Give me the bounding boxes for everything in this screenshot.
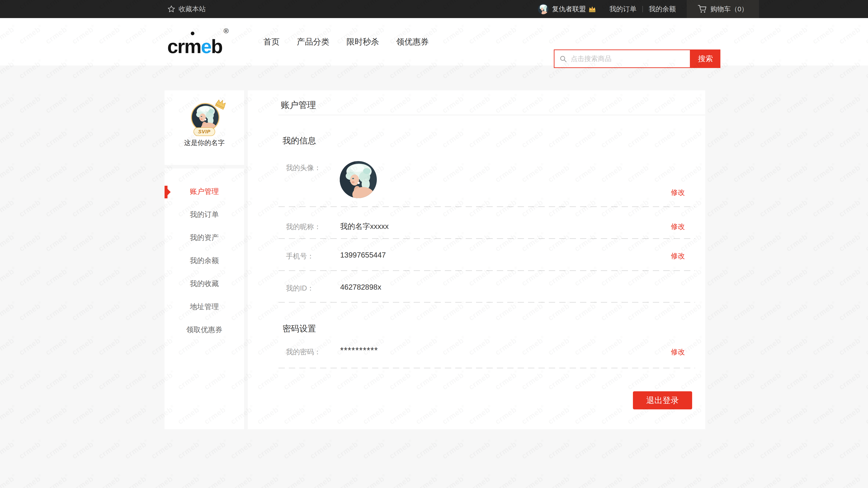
section-my-info: 我的信息 [283,135,316,147]
search-input[interactable] [555,50,690,67]
active-item-marker [164,186,167,198]
favorite-site-link[interactable]: 收藏本站 [167,0,206,18]
top-bar-user-area: 复仇者联盟 我的订单 我的余额 购物车（0） [538,0,759,18]
page: 收藏本站 复仇者联盟 我的订单 我的余额 购物车（0） [0,0,868,488]
topbar-divider [643,6,643,12]
svip-badge: SVIP [193,127,215,136]
site-header: crmeb® 首页 产品分类 限时秒杀 领优惠券 搜索 [0,18,868,66]
title-divider [278,115,705,115]
password-value: ********** [340,346,378,355]
row-divider [278,206,695,207]
modify-phone-link[interactable]: 修改 [671,251,685,261]
cart-icon [698,4,707,13]
search-box [554,50,690,68]
registered-mark: ® [223,28,228,34]
user-card: SVIP 这是你的名字 [164,90,244,165]
avatar-image [538,4,548,14]
section-password: 密码设置 [283,323,316,334]
nav-flash-sale[interactable]: 限时秒杀 [346,36,379,47]
modify-nickname-link[interactable]: 修改 [671,222,685,231]
cart-label: 购物车（0） [710,4,748,14]
user-display-name: 这是你的名字 [164,138,244,148]
account-management-panel: 账户管理 我的信息 我的头像： 修改 我的昵称： 我的名字xxxxx 修改 手机… [248,90,705,429]
id-value: 462782898x [340,283,381,291]
avatar-image [192,104,219,131]
vip-crown-icon [588,6,596,12]
phone-row-label: 手机号： [286,252,314,261]
sidebar-item-assets[interactable]: 我的资产 [164,226,244,249]
my-balance-link[interactable]: 我的余额 [649,4,676,14]
logout-button[interactable]: 退出登录 [633,391,692,410]
avatar-image [340,161,377,198]
logo-m: m [184,37,201,56]
sidebar-item-coupons[interactable]: 领取优惠券 [164,318,244,341]
modify-password-link[interactable]: 修改 [671,347,685,357]
row-divider [278,238,695,239]
logo-b: b [211,37,222,56]
logo-text: cr [167,37,184,56]
profile-avatar[interactable] [340,161,377,198]
logo-m-dot [191,32,194,35]
star-icon [167,5,176,13]
password-row-label: 我的密码： [286,347,321,357]
user-avatar-small[interactable] [538,4,548,14]
nav-home[interactable]: 首页 [264,36,280,47]
avatar-row-label: 我的头像： [286,163,321,173]
modify-avatar-link[interactable]: 修改 [671,188,685,197]
row-divider [278,302,695,302]
sidebar-item-balance[interactable]: 我的余额 [164,249,244,272]
my-orders-link[interactable]: 我的订单 [610,4,637,14]
row-divider [278,270,695,271]
logo-e-blue: e [201,37,211,56]
top-bar: 收藏本站 复仇者联盟 我的订单 我的余额 购物车（0） [0,0,868,18]
sidebar-menu: 账户管理 我的订单 我的资产 我的余额 我的收藏 地址管理 领取优惠券 [164,168,244,429]
sidebar-item-account[interactable]: 账户管理 [164,180,244,203]
crmeb-logo[interactable]: crmeb® [167,29,228,56]
nav-coupons[interactable]: 领优惠券 [396,36,429,47]
nav-categories[interactable]: 产品分类 [297,36,329,47]
nickname-value: 我的名字xxxxx [340,221,389,232]
id-row-label: 我的ID： [286,284,314,293]
page-title: 账户管理 [281,99,316,111]
search-bar: 搜索 [554,50,720,68]
main-nav: 首页 产品分类 限时秒杀 领优惠券 [264,18,429,66]
sidebar-item-orders[interactable]: 我的订单 [164,203,244,226]
nickname-row-label: 我的昵称： [286,222,321,232]
row-divider [278,368,695,368]
sidebar-item-favorites[interactable]: 我的收藏 [164,272,244,295]
phone-value: 13997655447 [340,251,386,259]
username-label[interactable]: 复仇者联盟 [552,4,586,14]
sidebar-item-address[interactable]: 地址管理 [164,295,244,318]
search-button[interactable]: 搜索 [690,50,720,68]
cart-button[interactable]: 购物车（0） [687,0,759,18]
favorite-site-label: 收藏本站 [179,4,206,14]
